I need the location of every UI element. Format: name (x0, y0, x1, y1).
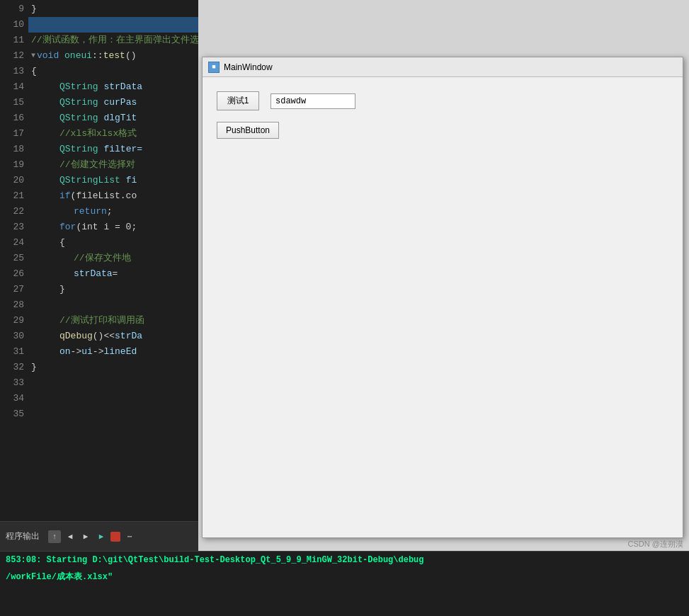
upload-icon[interactable]: ↑ (48, 530, 61, 543)
code-line-30: qDebug ()<< strDa (28, 329, 198, 344)
code-line-34 (28, 391, 198, 406)
code-line-28 (28, 297, 198, 313)
qt-push-button[interactable]: PushButton (217, 122, 279, 139)
code-editor: 9 10 11 12 13 14 15 16 17 18 19 20 21 22… (0, 0, 198, 552)
code-line-12: ▼ void oneui :: test () (28, 48, 198, 64)
program-output-toolbar: 程序输出 ↑ ◀ ▶ ▶ ⋯ (0, 521, 198, 551)
code-line-19: //创建文件选择对 (28, 157, 198, 173)
more-icon[interactable]: ⋯ (123, 530, 136, 543)
code-line-29: //测试打印和调用函 (28, 313, 198, 329)
code-line-35 (28, 406, 198, 422)
code-line-15: QString curPas (28, 95, 198, 110)
code-line-11: //测试函数，作用：在主界面弹出文件选择框，打印出选择文件地址 (28, 33, 198, 48)
toolbar-label: 程序输出 (6, 530, 40, 542)
code-line-13: { (28, 64, 198, 79)
stop-icon[interactable] (110, 532, 120, 542)
code-line-10 (28, 17, 198, 33)
code-line-33 (28, 375, 198, 391)
code-line-26: strData = (28, 266, 198, 282)
csdn-watermark: CSDN @连朔漠 (628, 539, 683, 549)
code-line-18: QString filter= (28, 142, 198, 157)
console-line-1: 853:08: Starting D:\git\QtTest\build-Tes… (0, 552, 689, 569)
collapse-arrow-12[interactable]: ▼ (31, 48, 35, 64)
code-line-9: } (28, 1, 198, 17)
code-line-32: } (28, 360, 198, 375)
code-line-23: for (int i = 0; (28, 219, 198, 235)
qt-window-body: 测试1 PushButton (203, 77, 683, 153)
code-line-27: } (28, 282, 198, 297)
qt-text-input[interactable] (271, 93, 355, 109)
code-line-14: QString strData (28, 79, 198, 95)
next-icon[interactable]: ▶ (79, 530, 92, 543)
code-line-22: return ; (28, 204, 198, 219)
qt-window-title: MainWindow (224, 62, 273, 72)
qt-window[interactable]: ■ MainWindow 测试1 PushButton (202, 57, 683, 538)
code-line-16: QString dlgTit (28, 110, 198, 126)
console-line-2: /workFile/成本表.xlsx" (0, 569, 689, 586)
code-line-20: QStringList fi (28, 173, 198, 188)
run-icon[interactable]: ▶ (95, 530, 108, 543)
code-line-25: //保存文件地 (28, 251, 198, 266)
prev-icon[interactable]: ◀ (64, 530, 76, 543)
code-lines: } //测试函数，作用：在主界面弹出文件选择框，打印出选择文件地址 ▼ void… (28, 0, 198, 552)
qt-test-button[interactable]: 测试1 (217, 91, 259, 110)
console-area: 853:08: Starting D:\git\QtTest\build-Tes… (0, 551, 689, 616)
code-line-24: { (28, 235, 198, 251)
line-numbers: 9 10 11 12 13 14 15 16 17 18 19 20 21 22… (0, 0, 28, 552)
code-line-17: //xls和xlsx格式 (28, 126, 198, 142)
qt-row-2: PushButton (217, 122, 668, 139)
qt-window-icon: ■ (208, 62, 220, 73)
code-line-31: on -> ui -> lineEd (28, 344, 198, 360)
code-line-21: if (fileList.co (28, 188, 198, 204)
qt-row-1: 测试1 (217, 91, 668, 110)
qt-titlebar: ■ MainWindow (203, 57, 683, 77)
